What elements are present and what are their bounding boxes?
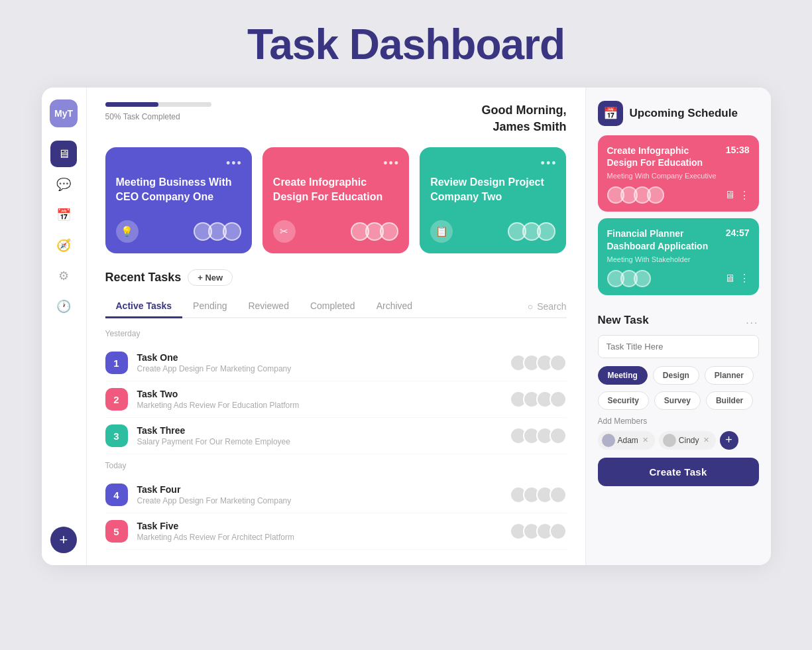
table-row: 2 Task Two Marketing Ads Review For Educ… (105, 381, 567, 418)
task-num-badge: 4 (105, 484, 128, 506)
recent-tasks-title: Recent Tasks (105, 271, 182, 285)
sidebar-item-settings[interactable]: ⚙ (50, 263, 77, 289)
tabs-row: Active Tasks Pending Reviewed Completed … (105, 295, 567, 318)
task-name: Task One (137, 352, 500, 363)
member-chip-cindy: Cindy ✕ (659, 431, 716, 450)
tag-survey[interactable]: Survey (654, 391, 701, 410)
progress-bar-fill (105, 102, 158, 107)
mini-avatar (550, 391, 567, 408)
schedule-card-2[interactable]: Financial Planner Dashboard Application … (598, 218, 759, 294)
task-info: Task Four Create App Design For Marketin… (137, 484, 500, 505)
tab-archived[interactable]: Archived (366, 295, 423, 318)
add-button[interactable]: + (50, 527, 77, 553)
remove-cindy-button[interactable]: ✕ (703, 436, 709, 444)
create-task-button[interactable]: Create Task (598, 458, 759, 486)
card-footer-1: 💡 (116, 220, 241, 243)
sidebar-item-monitor[interactable]: 🖥 (50, 141, 77, 167)
tab-completed[interactable]: Completed (300, 295, 366, 318)
sidebar-item-clock[interactable]: 🕐 (50, 293, 77, 320)
task-card-1[interactable]: ••• Meeting Business With CEO Company On… (105, 147, 252, 253)
task-info: Task One Create App Design For Marketing… (137, 352, 500, 373)
card-title-1: Meeting Business With CEO Company One (116, 175, 241, 204)
card-footer-3: 📋 (430, 220, 555, 243)
search-icon: ○ (528, 301, 533, 312)
member-chip-adam: Adam ✕ (598, 431, 655, 450)
mini-avatar (634, 270, 651, 287)
mini-avatar (550, 427, 567, 444)
schedule-card-title-2: Financial Planner Dashboard Application (607, 228, 721, 251)
sidebar-item-calendar[interactable]: 📅 (50, 202, 77, 228)
schedule-card-footer: 🖥 ⋮ (607, 270, 750, 287)
task-name: Task Five (137, 521, 500, 531)
schedule-card-header: Create Infographic Design For Education … (607, 145, 750, 168)
mini-avatar (380, 222, 398, 241)
add-member-button[interactable]: + (720, 431, 738, 450)
tab-active-tasks[interactable]: Active Tasks (105, 295, 183, 318)
task-sub: Create App Design For Marketing Company (137, 364, 500, 373)
task-info: Task Two Marketing Ads Review For Educat… (137, 389, 500, 410)
member-name-adam: Adam (618, 436, 638, 445)
task-num-badge: 5 (105, 520, 128, 543)
card-avatars-3 (508, 222, 555, 241)
card-menu-icon[interactable]: ••• (226, 157, 243, 170)
more-options-icon[interactable]: ... (746, 314, 758, 326)
card-avatars-2 (351, 222, 398, 241)
monitor-icon[interactable]: 🖥 (725, 273, 735, 285)
mini-avatar (550, 486, 567, 503)
schedule-card-time-2: 24:57 (726, 228, 750, 238)
remove-adam-button[interactable]: ✕ (642, 436, 648, 444)
task-title-input[interactable] (598, 335, 759, 358)
header-row: 50% Task Completed Good Morning, James S… (105, 102, 567, 135)
task-sub: Marketing Ads Review For Education Platf… (137, 401, 500, 410)
task-card-2[interactable]: ••• Create Infographic Design For Educat… (262, 147, 409, 253)
progress-area: 50% Task Completed (105, 102, 211, 122)
mini-avatar (223, 222, 241, 241)
mini-avatar (647, 186, 664, 204)
card-menu-icon[interactable]: ••• (383, 157, 400, 170)
tag-builder[interactable]: Builder (706, 391, 753, 410)
sidebar-item-chat[interactable]: 💬 (50, 171, 77, 198)
tab-pending[interactable]: Pending (182, 295, 237, 318)
more-icon[interactable]: ⋮ (739, 189, 750, 202)
schedule-card-1[interactable]: Create Infographic Design For Education … (598, 135, 759, 212)
card-icon-1: 💡 (116, 220, 139, 243)
monitor-icon[interactable]: 🖥 (725, 189, 735, 201)
sched-avatars (607, 186, 664, 204)
task-num-badge: 1 (105, 352, 128, 374)
tag-meeting[interactable]: Meeting (598, 366, 648, 385)
mini-avatar (537, 222, 555, 241)
member-avatar-cindy (663, 434, 676, 447)
sched-avatars (607, 270, 651, 287)
progress-bar-bg (105, 102, 211, 107)
task-avatars (510, 427, 567, 444)
table-row: 5 Task Five Marketing Ads Review For Arc… (105, 513, 567, 550)
schedule-title: Upcoming Schedule (630, 107, 738, 120)
page-title: Task Dashboard (247, 20, 565, 69)
tab-reviewed[interactable]: Reviewed (237, 295, 299, 318)
table-row: 4 Task Four Create App Design For Market… (105, 477, 567, 513)
more-icon[interactable]: ⋮ (739, 272, 750, 285)
sidebar-item-compass[interactable]: 🧭 (50, 232, 77, 259)
task-card-3[interactable]: ••• Review Design Project Company Two 📋 (420, 147, 566, 253)
card-menu-icon[interactable]: ••• (541, 157, 557, 170)
new-task-header: New Task ... (598, 314, 759, 327)
schedule-card-header: Financial Planner Dashboard Application … (607, 228, 750, 251)
task-name: Task Two (137, 389, 500, 399)
task-avatars (510, 354, 567, 371)
tag-planner[interactable]: Planner (705, 366, 754, 385)
new-task-button[interactable]: + New (188, 269, 233, 286)
recent-tasks-header: Recent Tasks + New (105, 269, 567, 286)
avatar: MyT (50, 99, 78, 127)
tag-design[interactable]: Design (653, 366, 699, 385)
mini-avatar (550, 523, 567, 540)
task-avatars (510, 486, 567, 503)
section-today-label: Today (105, 461, 567, 470)
tag-security[interactable]: Security (598, 391, 649, 410)
task-num-badge: 2 (105, 388, 128, 411)
task-sub: Marketing Ads Review For Architect Platf… (137, 533, 500, 542)
sidebar: MyT 🖥 💬 📅 🧭 ⚙ 🕐 + (42, 88, 87, 565)
schedule-card-time-1: 15:38 (726, 145, 750, 155)
search-tab[interactable]: ○ Search (528, 301, 567, 312)
task-cards-row: ••• Meeting Business With CEO Company On… (105, 147, 567, 253)
table-row: 3 Task Three Salary Payment For Our Remo… (105, 418, 567, 454)
